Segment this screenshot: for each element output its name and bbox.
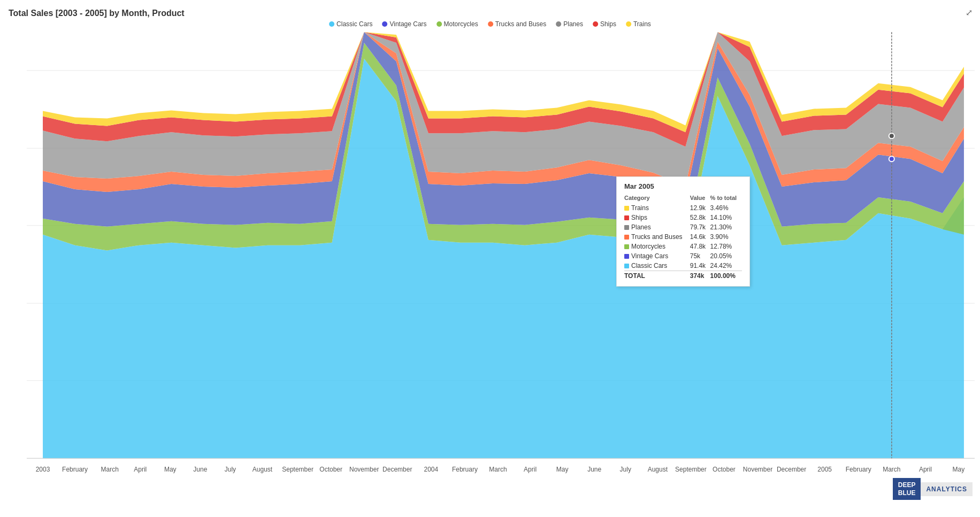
svg-text:February: February [62,466,88,473]
chart-svg: 0 200k 400k 600k 800k 1M [27,32,975,501]
legend-item-planes: Planes [556,20,583,28]
svg-text:2005: 2005 [817,466,832,473]
brand-analytics-text: ANALYTICS [921,482,973,496]
legend-label-trains: Trains [633,20,651,28]
svg-text:September: September [282,466,313,473]
svg-text:April: April [919,466,932,473]
chart-container: Total Sales [2003 - 2005] by Month, Prod… [0,0,980,517]
svg-text:March: March [489,466,507,473]
svg-text:May: May [953,466,965,473]
legend-item-ships: Ships [593,20,616,28]
brand-deep-blue-text: DEEPBLUE [893,478,921,500]
legend-item-vintage-cars: Vintage Cars [382,20,426,28]
svg-text:October: October [713,466,736,473]
svg-text:March: March [883,466,900,473]
chart-area: 0 200k 400k 600k 800k 1M [27,32,975,501]
svg-text:2004: 2004 [424,466,439,473]
brand-badge: DEEPBLUE ANALYTICS [893,478,973,500]
svg-text:August: August [252,466,273,473]
svg-text:July: July [225,466,236,473]
legend-dot-ships [593,21,598,27]
legend-label-planes: Planes [563,20,583,28]
legend-item-trains: Trains [626,20,651,28]
svg-text:May: May [556,466,569,473]
svg-text:April: April [134,466,147,473]
legend-dot-trucks [488,21,493,27]
legend-label-classic-cars: Classic Cars [336,20,372,28]
legend-label-motorcycles: Motorcycles [444,20,478,28]
legend-dot-classic-cars [329,21,334,27]
svg-text:November: November [743,466,772,473]
svg-text:June: June [193,466,207,473]
legend-label-vintage-cars: Vintage Cars [389,20,426,28]
svg-text:July: July [620,466,631,473]
legend-dot-motorcycles [437,21,442,27]
svg-text:October: October [319,466,342,473]
legend-label-ships: Ships [600,20,616,28]
svg-text:June: June [587,466,601,473]
svg-text:March: March [101,466,119,473]
svg-text:April: April [524,466,537,473]
legend-item-classic-cars: Classic Cars [329,20,372,28]
legend-item-trucks: Trucks and Buses [488,20,547,28]
legend-item-motorcycles: Motorcycles [437,20,478,28]
legend-dot-trains [626,21,631,27]
area-ships [43,32,964,146]
svg-text:September: September [675,466,707,473]
svg-text:December: December [382,466,412,473]
expand-icon[interactable]: ⤢ [966,7,973,18]
svg-text:February: February [452,466,478,473]
chart-title: Total Sales [2003 - 2005] by Month, Prod… [9,9,185,18]
svg-text:February: February [846,466,871,473]
svg-text:August: August [648,466,668,473]
svg-text:December: December [777,466,806,473]
legend-label-trucks: Trucks and Buses [495,20,547,28]
legend-dot-vintage-cars [382,21,387,27]
svg-text:2003: 2003 [36,466,50,473]
svg-text:November: November [349,466,379,473]
legend-dot-planes [556,21,561,27]
chart-legend: Classic CarsVintage CarsMotorcyclesTruck… [329,20,651,28]
svg-point-43 [889,156,894,161]
svg-text:May: May [164,466,177,473]
svg-point-44 [889,133,894,138]
